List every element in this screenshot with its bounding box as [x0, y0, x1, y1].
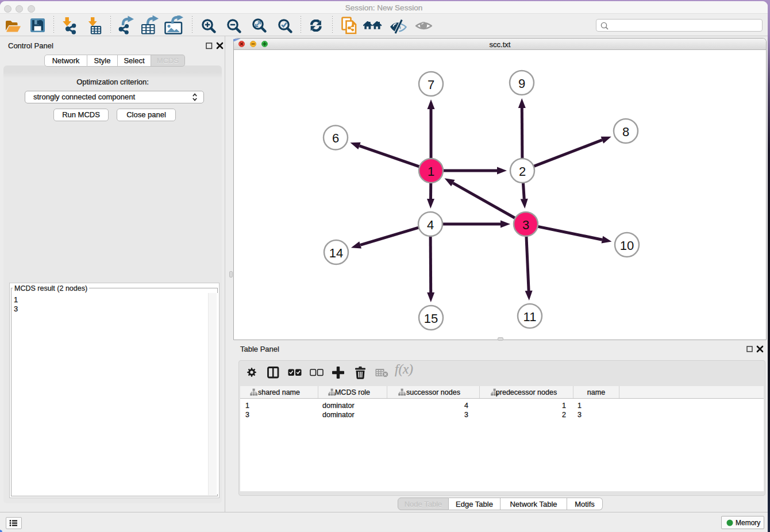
svg-text:14: 14 — [329, 246, 343, 260]
svg-text:2: 2 — [519, 164, 526, 179]
svg-text:15: 15 — [424, 311, 438, 326]
svg-text:8: 8 — [622, 125, 629, 139]
svg-text:1: 1 — [428, 164, 434, 179]
svg-text:6: 6 — [332, 131, 339, 145]
svg-text:10: 10 — [620, 238, 634, 253]
svg-text:9: 9 — [518, 76, 525, 91]
svg-text:7: 7 — [428, 78, 434, 92]
svg-text:4: 4 — [427, 218, 434, 232]
svg-text:11: 11 — [523, 310, 537, 324]
svg-text:3: 3 — [522, 218, 529, 232]
